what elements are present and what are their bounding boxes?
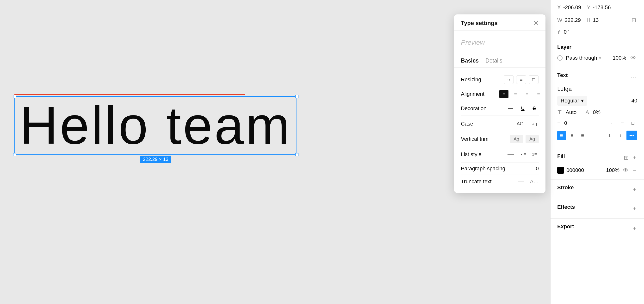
resize-square-button[interactable]: □ (628, 118, 637, 128)
modal-header: Type settings ✕ (454, 15, 546, 31)
align-right-button[interactable]: ≡ (578, 131, 587, 140)
valign-middle-button[interactable]: ⊥ (604, 131, 614, 140)
align-center-modal-button[interactable]: ≡ (511, 90, 520, 98)
tracking-value[interactable]: 0% (593, 109, 600, 115)
fill-color-hex[interactable]: 000000 (566, 167, 584, 173)
add-fill-button[interactable]: + (632, 153, 637, 162)
tab-details[interactable]: Details (486, 55, 502, 67)
decoration-none-button[interactable]: — (505, 104, 516, 113)
paragraph-spacing-value[interactable]: 0 (536, 165, 539, 172)
font-style-dropdown[interactable]: Regular ▾ (557, 96, 587, 106)
text-alignment-row: ≡ ≡ ≡ ⊤ ⊥ ↓ ••• (557, 131, 637, 140)
list-unordered-button[interactable]: • ≡ (519, 151, 528, 158)
truncate-text-label: Truncate text (461, 178, 499, 185)
layer-title: Layer (557, 44, 637, 50)
export-title: Export (557, 223, 574, 230)
fill-opacity-value[interactable]: 100% (606, 167, 620, 173)
align-left-button[interactable]: ≡ (557, 131, 566, 140)
resize-fixed-button[interactable]: □ (529, 75, 539, 84)
line-height-value[interactable]: 0 (564, 120, 567, 126)
remove-fill-button[interactable]: − (632, 166, 637, 175)
y-coord: Y -178.56 (587, 4, 610, 11)
align-left-modal-button[interactable]: ≡ (499, 90, 508, 98)
alignment-label: Alignment (461, 91, 499, 97)
case-controls: — AG ag Ag AG (499, 119, 546, 129)
h-value[interactable]: 13 (593, 17, 598, 23)
auto-value[interactable]: Auto (566, 109, 576, 115)
fill-header: Fill ⊞ + (557, 153, 637, 163)
case-title-button[interactable]: Ag (542, 120, 546, 128)
auto-height-icon: ⊤ (557, 109, 562, 115)
selection-handle-br[interactable] (295, 153, 298, 156)
height-group: H 13 (586, 17, 598, 23)
dimension-badge: 222.29 × 13 (140, 156, 171, 163)
blend-mode-circle (557, 55, 562, 61)
decoration-controls: — U S (505, 104, 539, 113)
fill-color-swatch[interactable] (557, 167, 564, 174)
align-center-text-button[interactable]: ≡ (618, 118, 627, 128)
rotation-icon: ↱ (557, 29, 561, 35)
fill-section: Fill ⊞ + 000000 100% 👁 − (550, 148, 644, 180)
selection-handle-tr[interactable] (295, 95, 298, 98)
strikethrough-button[interactable]: S (530, 104, 539, 113)
rotation-row: ↱ 0° (550, 28, 644, 39)
tab-basics[interactable]: Basics (461, 55, 479, 67)
align-center-button[interactable]: ≡ (568, 131, 576, 140)
modal-close-button[interactable]: ✕ (533, 20, 539, 27)
truncate-controls: — A… (518, 178, 539, 185)
resize-horizontal-button[interactable]: ↔ (606, 118, 616, 128)
resize-auto-height-button[interactable]: ≡ (516, 75, 526, 84)
vertical-trim-row: Vertical trim Ag Ag (461, 132, 539, 146)
case-none-button[interactable]: — (499, 119, 511, 129)
align-right-modal-button[interactable]: ≡ (522, 90, 532, 98)
list-style-controls: — • ≡ 1≡ (505, 149, 539, 159)
font-name-display[interactable]: Lufga (557, 86, 637, 92)
width-group: W 222.29 (557, 17, 581, 23)
paragraph-spacing-row: Paragraph spacing 0 (461, 163, 539, 175)
w-label: W (557, 17, 562, 23)
list-none-button[interactable]: — (505, 149, 517, 159)
blend-chevron-icon: ▾ (599, 56, 601, 60)
text-more-button[interactable]: ••• (626, 131, 637, 140)
blend-mode-button[interactable]: Pass through ▾ (566, 55, 601, 61)
right-panel: X -206.09 Y -178.56 W 222.29 H 13 ⊡ ↱ 0°… (550, 0, 644, 304)
fill-resize-icon[interactable]: ⊞ (623, 153, 630, 162)
truncate-text-row: Truncate text — A… (461, 175, 539, 188)
valign-top-button[interactable]: ⊤ (593, 131, 603, 140)
selected-text-element[interactable]: Hello team 222.29 × 13 (14, 96, 297, 155)
underline-button[interactable]: U (518, 104, 527, 113)
case-lower-button[interactable]: ag (529, 120, 540, 128)
modal-body: Resizing ↔ ≡ □ Alignment ≡ ≡ ≡ ≡ Decorat… (454, 68, 546, 193)
effects-title: Effects (557, 204, 575, 210)
vertical-trim-label: Vertical trim (461, 136, 499, 142)
font-size-value[interactable]: 40 (632, 98, 637, 104)
add-stroke-button[interactable]: + (632, 185, 637, 194)
text-section: Text ⋯ Lufga Regular ▾ 40 ⊤ Auto | A 0% … (550, 67, 644, 148)
w-value[interactable]: 222.29 (565, 17, 581, 23)
text-options-button[interactable]: ⋯ (630, 73, 637, 81)
vtrim-standard-button[interactable]: Ag (510, 135, 523, 143)
preview-text: Preview (461, 39, 485, 47)
resizing-label: Resizing (461, 77, 499, 83)
align-justify-modal-button[interactable]: ≡ (534, 90, 543, 98)
opacity-value[interactable]: 100% (613, 55, 626, 61)
add-export-button[interactable]: + (632, 224, 637, 233)
coordinates-row: X -206.09 Y -178.56 (550, 0, 644, 14)
list-ordered-button[interactable]: 1≡ (530, 151, 539, 158)
add-effect-button[interactable]: + (632, 204, 637, 213)
valign-bottom-button[interactable]: ↓ (616, 131, 624, 140)
layer-visibility-button[interactable]: 👁 (630, 54, 637, 62)
list-style-row: List style — • ≡ 1≡ (461, 146, 539, 163)
rotation-value[interactable]: 0° (564, 29, 569, 35)
constrain-proportions-button[interactable]: ⊡ (630, 16, 637, 25)
modal-preview-area: Preview (454, 31, 546, 55)
resize-auto-width-button[interactable]: ↔ (504, 75, 514, 84)
x-value[interactable]: -206.09 (563, 4, 581, 11)
y-value[interactable]: -178.56 (593, 4, 611, 11)
selection-handle-bl[interactable] (13, 153, 16, 156)
fill-visibility-button[interactable]: 👁 (622, 166, 630, 175)
blend-mode-label: Pass through (566, 55, 597, 61)
vtrim-cap-button[interactable]: Ag (526, 135, 539, 143)
case-upper-button[interactable]: AG (514, 120, 526, 128)
selection-handle-tl[interactable] (13, 95, 16, 98)
